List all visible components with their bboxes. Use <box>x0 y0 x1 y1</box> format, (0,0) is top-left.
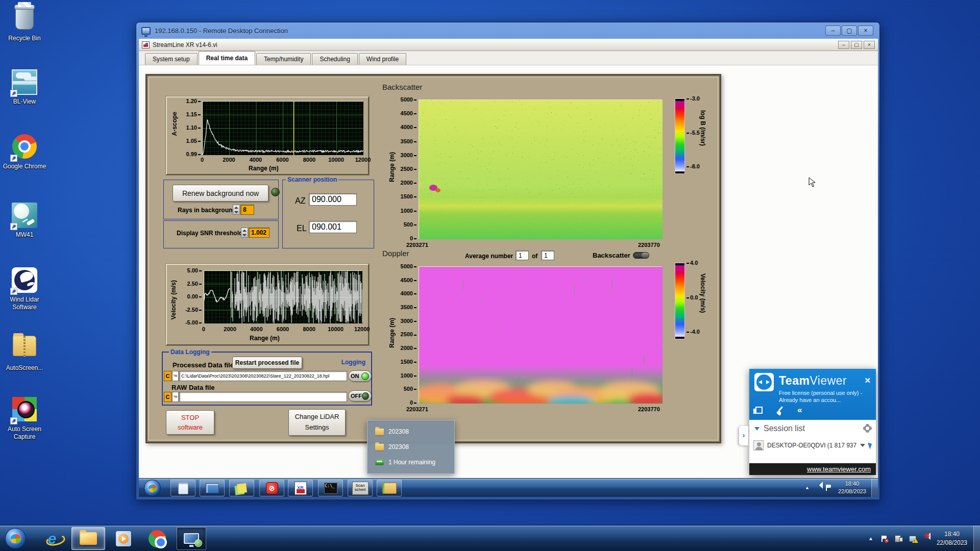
remote-taskbar-sticky-notes[interactable] <box>229 480 254 496</box>
auto-screen-capture-icon: ↗ <box>11 397 38 423</box>
app-content: A-scope 1.201.15 1.101.05 0.99 02000 400… <box>139 65 878 478</box>
rdp-title-bar[interactable]: 192.168.0.150 - Remote Desktop Connectio… <box>136 22 879 39</box>
app-close-button[interactable]: × <box>864 41 875 49</box>
rays-value-field[interactable]: 8 <box>240 205 254 215</box>
host-tray-network-warning-icon[interactable] <box>909 536 916 542</box>
teamviewer-expand-tab[interactable]: › <box>739 426 748 445</box>
popup-item-remaining[interactable]: 1 Hour remaining <box>368 455 454 470</box>
renew-background-led <box>271 188 280 196</box>
gear-icon[interactable] <box>864 425 871 432</box>
host-show-desktop-button[interactable] <box>973 525 980 551</box>
change-lidar-settings-button[interactable]: Change LiDARSettings <box>288 409 346 436</box>
remote-start-button[interactable] <box>144 480 161 496</box>
processed-path-type-button[interactable]: % <box>172 371 179 381</box>
collapse-icon[interactable]: « <box>797 407 802 415</box>
remote-taskbar-scan-sched[interactable]: Scansched <box>348 480 373 496</box>
remote-taskbar-streamline-xr[interactable]: XR <box>288 480 313 496</box>
restore-button[interactable]: ▢ <box>842 26 857 36</box>
backscatter-toggle[interactable] <box>633 252 649 259</box>
snr-value-field[interactable]: 1.002 <box>249 228 270 238</box>
internet-explorer-icon: e <box>48 530 57 547</box>
host-taskbar-remote-desktop[interactable] <box>177 527 206 550</box>
raw-logging-toggle[interactable]: OFF <box>348 390 372 402</box>
remote-taskbar-notepad[interactable] <box>170 480 195 496</box>
remote-show-desktop-button[interactable] <box>871 479 878 497</box>
popup-item-folder[interactable]: 202308 <box>368 439 454 455</box>
remote-taskbar-power[interactable]: ⊘ <box>259 480 284 496</box>
app-minimize-button[interactable]: – <box>838 41 849 49</box>
rdp-window-icon <box>141 27 151 35</box>
processed-logging-toggle[interactable]: ON <box>348 370 372 382</box>
average-number-field[interactable]: 1 <box>516 251 529 260</box>
host-tray-power-icon[interactable] <box>895 535 901 542</box>
brush-icon[interactable] <box>776 407 784 415</box>
streamline-xr-icon: XR <box>295 482 307 495</box>
desktop-icon-google-chrome[interactable]: ↗ Google Chrome <box>2 134 47 170</box>
host-tray-show-hidden-icon[interactable]: ▲ <box>868 536 873 541</box>
ascope-y-axis-label: A-scope <box>171 112 178 136</box>
teamviewer-header: TeamViewer ✕ Free license (personal use … <box>749 369 876 420</box>
backscatter-x-tick-right: 2203770 <box>638 242 660 248</box>
close-button[interactable]: × <box>858 26 873 36</box>
stop-software-button[interactable]: STOPsoftware <box>166 410 214 435</box>
raw-drive-button[interactable]: C <box>164 392 172 402</box>
session-list-icon[interactable] <box>755 407 763 414</box>
app-title-bar[interactable]: StreamLine XR v14-6.vi <box>139 39 878 51</box>
session-entry[interactable]: DESKTOP-OE0QDVI (1 817 937 <box>753 440 872 450</box>
az-label: AZ <box>295 196 305 206</box>
host-start-button[interactable] <box>5 528 26 549</box>
host-clock[interactable]: 18:4022/08/2023 <box>937 530 967 546</box>
minimize-button[interactable]: – <box>825 26 841 36</box>
remote-taskbar-file-transfer[interactable] <box>377 480 402 496</box>
connect-cursor-icon[interactable] <box>868 441 873 449</box>
windows-logo-icon <box>10 534 21 543</box>
host-taskbar-internet-explorer[interactable]: e <box>39 527 65 550</box>
app-restore-button[interactable]: ▢ <box>851 41 862 49</box>
remote-taskbar-display-settings[interactable] <box>200 480 225 496</box>
snr-threshold-label: Display SNR threshold <box>177 230 242 237</box>
remote-clock[interactable]: 18:4022/08/2023 <box>838 480 866 495</box>
desktop-icon-mw41[interactable]: ↗ MW41 <box>2 203 47 239</box>
desktop-icon-recycle-bin[interactable]: Recycle Bin <box>2 5 47 42</box>
restart-processed-file-button[interactable]: Restart processed file <box>232 357 302 369</box>
tab-temp-humidity[interactable]: Temp/humidity <box>256 53 311 65</box>
teamviewer-link[interactable]: www.teamviewer.com <box>807 465 871 473</box>
host-taskbar-chrome[interactable] <box>144 527 170 550</box>
tab-system-setup[interactable]: System setup <box>145 53 198 65</box>
raw-path-type-button[interactable]: % <box>172 392 179 402</box>
az-value-field[interactable]: 090.000 <box>309 193 357 206</box>
remote-tray-volume-icon[interactable] <box>817 483 819 492</box>
desktop-icon-label: MW41 <box>2 231 47 239</box>
app-icon <box>142 41 150 48</box>
teamviewer-close-icon[interactable]: ✕ <box>864 376 871 385</box>
tab-wind-profile[interactable]: Wind profile <box>359 53 406 65</box>
renew-background-button[interactable]: Renew background now <box>173 185 268 202</box>
rays-spinner[interactable] <box>233 205 240 215</box>
el-label: EL <box>297 224 307 233</box>
host-taskbar-explorer[interactable] <box>71 527 105 550</box>
remote-tray-show-hidden-icon[interactable]: ▲ <box>805 485 810 490</box>
raw-path-field[interactable] <box>179 392 347 402</box>
desktop-icon-autoscreen-zip[interactable]: AutoScreen... <box>2 333 47 372</box>
processed-path-field[interactable]: C:\Lidar\Data\Proc\2023\202308\20230822\… <box>179 371 347 381</box>
tab-real-time-data[interactable]: Real time data <box>199 51 255 65</box>
session-list-label[interactable]: Session list <box>754 424 805 433</box>
chevron-down-icon[interactable] <box>860 444 865 447</box>
popup-item-folder[interactable]: 202308 <box>368 424 454 439</box>
desktop-icon-bl-view[interactable]: ↗ BL-View <box>2 69 47 106</box>
transfer-folder-icon <box>382 483 397 494</box>
processed-drive-button[interactable]: C <box>164 371 172 381</box>
desktop-icon-auto-screen-capture[interactable]: ↗ Auto Screen Capture <box>2 397 47 441</box>
remote-taskbar-cmd[interactable]: C:\_ <box>318 480 343 496</box>
desktop-icon-label: BL-View <box>2 98 47 106</box>
host-tray-volume-muted-icon[interactable] <box>924 534 926 543</box>
average-total-field[interactable]: 1 <box>541 251 554 260</box>
host-taskbar-media-player[interactable] <box>110 527 137 550</box>
mouse-cursor <box>808 177 816 187</box>
el-value-field[interactable]: 090.001 <box>309 221 357 233</box>
snr-spinner[interactable] <box>241 228 248 238</box>
host-tray-action-center-icon[interactable]: × <box>881 536 887 542</box>
desktop-icon-wind-lidar[interactable]: ↗ Wind Lidar Software <box>2 267 47 311</box>
tab-scheduling[interactable]: Scheduling <box>312 53 357 65</box>
remote-tray-action-center-icon[interactable] <box>826 485 831 491</box>
